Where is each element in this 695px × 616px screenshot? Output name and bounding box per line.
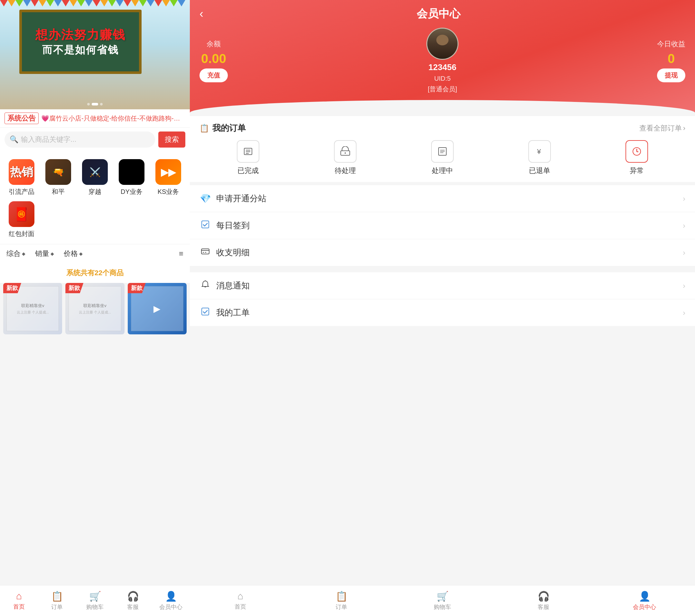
order-icon: 📋 [51,591,63,602]
search-wrapper[interactable]: 🔍 输入商品关键字... [4,131,155,147]
member-type: [普通会员] [428,85,457,93]
sort-composite[interactable]: 综合 ◆ [6,249,26,259]
banner-text-line2: 而不是如何省钱 [42,43,119,57]
menu-checkin[interactable]: 每日签到 › [190,212,695,239]
category-icon-cross: ⚔️ [82,159,108,185]
bottom-nav-right: ⌂ 首页 📋 订单 🛒 购物车 🎧 客服 👤 会员中心 [190,585,695,616]
category-label-peace: 和平 [52,188,65,196]
menu-substation[interactable]: 💎 申请开通分站 › [190,185,695,212]
withdraw-button[interactable]: 提现 [657,69,685,82]
nav-home-left[interactable]: ⌂ 首页 [0,589,38,613]
earnings-amount: 0 [668,51,675,66]
abnormal-icon [626,140,648,163]
finance-arrow: › [683,248,685,257]
category-icon-red: 🧧 [9,201,34,227]
member-username: 123456 [428,63,457,72]
order-type-abnormal[interactable]: 异常 [626,140,648,176]
search-bar: 🔍 输入商品关键字... 搜索 [0,128,190,152]
notification-label: 消息通知 [216,280,683,291]
category-cross[interactable]: ⚔️ 穿越 [77,157,113,199]
nav-member-right[interactable]: 👤 会员中心 [594,589,695,613]
order-type-done[interactable]: 已完成 [237,140,259,176]
nav-cart-left[interactable]: 🛒 购物车 [76,589,114,613]
category-icon-dy: ♪ [119,159,145,185]
recharge-button[interactable]: 充值 [200,69,228,82]
category-label-ks: KS业务 [158,188,179,196]
product-img-2: 联彩精靠坐v 云上注册 个人提成... 新款 [65,283,124,334]
product-card-1[interactable]: 联彩精靠坐v 云上注册 个人提成... 新款 [3,283,62,334]
order-type-pending[interactable]: 待处理 [334,140,356,176]
product-card-2[interactable]: 联彩精靠坐v 云上注册 个人提成... 新款 [65,283,124,334]
order-icon-right: 📋 [336,591,348,602]
search-placeholder: 输入商品关键字... [21,135,76,144]
separator-1 [190,269,695,272]
substation-arrow: › [683,194,685,203]
member-header: ‹ 会员中心 余额 0.00 充值 123456 UID:5 [普通会员] 今日… [190,0,695,113]
nav-order-label-right: 订单 [336,603,347,611]
view-all-orders[interactable]: 查看全部订单 › [639,123,685,133]
svg-rect-15 [201,249,209,254]
nav-service-label-right: 客服 [538,603,549,611]
view-all-text: 查看全部订单 [639,123,682,133]
dot-2[interactable] [92,103,98,105]
menu-finance[interactable]: 收支明细 › [190,239,695,266]
menu-notification[interactable]: 消息通知 › [190,272,695,299]
order-type-processing[interactable]: 处理中 [431,140,454,176]
banner: 想办法努力赚钱 而不是如何省钱 [0,0,190,109]
dot-3[interactable] [100,103,103,105]
order-type-refund[interactable]: ¥ 已退单 [528,140,551,176]
svg-text:¥: ¥ [537,147,541,156]
nav-order-right[interactable]: 📋 订单 [291,589,392,613]
category-icon-peace: 🔫 [45,159,71,185]
dot-1[interactable] [87,103,90,105]
orders-header: 📋 我的订单 查看全部订单 › [200,123,685,134]
product-card-3[interactable]: ▶ 新款 [128,283,187,334]
nav-service-right[interactable]: 🎧 客服 [493,589,594,613]
balance-amount: 0.00 [201,51,226,66]
done-label: 已完成 [237,166,259,176]
grid-view-icon[interactable]: ≡ [179,249,183,258]
sort-sales[interactable]: 销量 ◆ [35,249,54,259]
nav-member-label-right: 会员中心 [633,603,656,611]
category-ks[interactable]: ▶▶ KS业务 [150,157,187,199]
member-header-top: ‹ 会员中心 [200,6,685,21]
menu-workorder[interactable]: 我的工单 › [190,299,695,326]
finance-menu-icon [200,247,211,258]
nav-home-label-right: 首页 [235,603,246,611]
substation-label: 申请开通分站 [216,193,683,204]
pending-icon [334,140,356,163]
cart-icon: 🛒 [89,591,101,602]
search-button[interactable]: 搜索 [158,131,185,147]
right-panel: ‹ 会员中心 余额 0.00 充值 123456 UID:5 [普通会员] 今日… [190,0,695,616]
nav-cart-label: 购物车 [86,603,104,611]
balance-label: 余额 [207,39,221,49]
nav-home-right[interactable]: ⌂ 首页 [190,589,291,613]
menu-section-1: 💎 申请开通分站 › 每日签到 › 收支明细 › [190,185,695,266]
checkin-menu-icon [200,220,211,231]
orders-title-icon: 📋 [200,124,209,133]
category-label-hot: 引流产品 [9,188,34,196]
done-icon [237,140,259,163]
workorder-label: 我的工单 [216,307,683,318]
member-center-title: 会员中心 [210,6,667,21]
sort-price[interactable]: 价格 ◆ [64,249,83,259]
nav-service-left[interactable]: 🎧 客服 [114,589,152,613]
nav-cart-right[interactable]: 🛒 购物车 [392,589,493,613]
nav-member-left[interactable]: 👤 会员中心 [152,589,190,613]
search-icon: 🔍 [10,135,18,144]
category-label-dy: DY业务 [121,188,142,196]
category-hot[interactable]: 热销 引流产品 [3,157,40,199]
category-dy[interactable]: ♪ DY业务 [113,157,150,199]
bottom-nav-left: ⌂ 首页 📋 订单 🛒 购物车 🎧 客服 👤 会员中心 [0,585,190,616]
category-red[interactable]: 🧧 红包封面 [3,199,40,241]
member-icon-left: 👤 [165,591,177,602]
sort-bar: 综合 ◆ 销量 ◆ 价格 ◆ ≡ [0,244,190,263]
nav-cart-label-right: 购物车 [434,603,451,611]
nav-order-left[interactable]: 📋 订单 [38,589,76,613]
view-all-arrow: › [683,124,685,133]
back-button[interactable]: ‹ [200,7,203,21]
category-peace[interactable]: 🔫 和平 [40,157,77,199]
content-area: 📋 我的订单 查看全部订单 › 已完成 [190,113,695,585]
nav-home-label: 首页 [13,603,25,611]
product-count: 系统共有22个商品 [0,263,190,283]
